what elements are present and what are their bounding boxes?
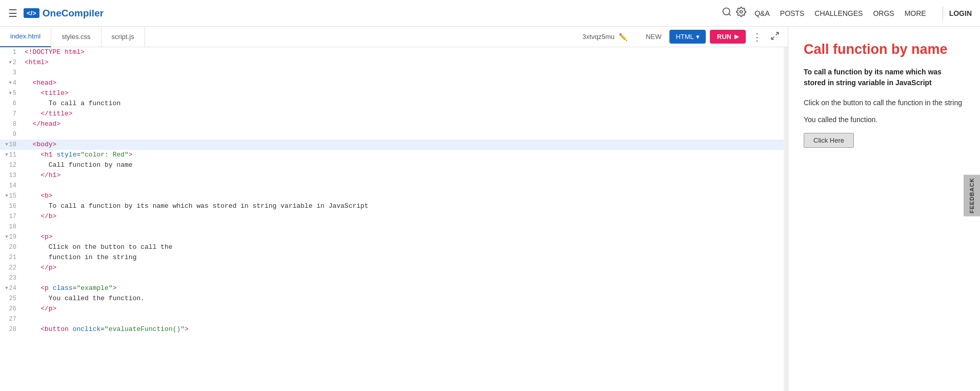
top-navigation: ☰ </> OneCompiler Q&A POSTS CHALLENGES O…	[0, 0, 980, 27]
nav-link-qa[interactable]: Q&A	[754, 9, 770, 17]
code-line: ▼24 <p class="example">	[0, 283, 788, 294]
code-lines: 1 <!DOCTYPE html> ▼2 <html> 3 ▼4 <head>	[0, 47, 788, 391]
code-line: ▼11 <h1 style="color: Red">	[0, 150, 788, 160]
svg-point-2	[740, 11, 743, 13]
left-panel: index.html styles.css script.js 3xtvqz5m…	[0, 27, 788, 391]
nav-link-more[interactable]: MORE	[905, 9, 926, 17]
line-content: <body>	[21, 140, 788, 150]
html-label: HTML	[676, 33, 693, 41]
code-line: 6 To call a function	[0, 99, 788, 109]
nav-link-orgs[interactable]: ORGS	[873, 9, 894, 17]
code-line: 8 </head>	[0, 119, 788, 129]
line-number: 27	[0, 314, 21, 324]
line-number: ▼15	[0, 191, 21, 201]
line-number: 9	[0, 129, 21, 140]
code-line: 1 <!DOCTYPE html>	[0, 47, 788, 57]
code-line: 13 </h1>	[0, 170, 788, 181]
tab-bar: index.html styles.css script.js 3xtvqz5m…	[0, 27, 788, 47]
line-number: 20	[0, 242, 21, 252]
line-number: 17	[0, 211, 21, 222]
right-panel: Call function by name To call a function…	[788, 27, 980, 391]
nav-divider	[943, 6, 943, 21]
line-content: function in the string	[21, 252, 788, 263]
login-button[interactable]: LOGIN	[949, 9, 972, 17]
nav-link-posts[interactable]: POSTS	[780, 9, 804, 17]
line-number: 22	[0, 263, 21, 273]
nav-settings-icon[interactable]	[736, 7, 746, 19]
line-content: <!DOCTYPE html>	[21, 47, 788, 57]
code-line: 25 You called the function.	[0, 294, 788, 304]
line-content: <title>	[21, 88, 788, 99]
line-content: </b>	[21, 211, 788, 222]
logo-link[interactable]: </> OneCompiler	[24, 8, 104, 19]
svg-point-0	[723, 8, 730, 15]
preview-called-text: You called the function.	[804, 115, 965, 124]
nav-search-icon[interactable]	[722, 7, 732, 19]
line-number: 3	[0, 68, 21, 78]
code-line: ▼5 <title>	[0, 88, 788, 99]
line-number: 6	[0, 99, 21, 109]
line-number: 25	[0, 294, 21, 304]
line-number: ▼24	[0, 283, 21, 294]
tab-styles-css[interactable]: styles.css	[51, 27, 101, 47]
line-number: ▼11	[0, 150, 21, 160]
line-number: ▼19	[0, 232, 21, 242]
toolbar: NEW HTML ▾ RUN ▶ ⋮	[636, 30, 788, 44]
line-number: 12	[0, 160, 21, 170]
logo-text: OneCompiler	[43, 8, 104, 19]
line-content: <h1 style="color: Red">	[21, 150, 788, 160]
line-content: <p class="example">	[21, 283, 788, 294]
line-content: </p>	[21, 263, 788, 273]
code-line: ▼15 <b>	[0, 191, 788, 201]
line-number: 1	[0, 47, 21, 57]
line-number: 26	[0, 304, 21, 314]
preview-title: Call function by name	[804, 41, 965, 57]
line-content: <head>	[21, 78, 788, 88]
svg-line-3	[776, 32, 779, 35]
code-line: 17 </b>	[0, 211, 788, 222]
main-area: index.html styles.css script.js 3xtvqz5m…	[0, 27, 980, 391]
code-line: 22 </p>	[0, 263, 788, 273]
expand-icon[interactable]	[768, 30, 782, 44]
html-dropdown-button[interactable]: HTML ▾	[669, 30, 705, 44]
vertical-scrollbar[interactable]	[784, 47, 788, 391]
code-line: 18	[0, 222, 788, 232]
code-line: 27	[0, 314, 788, 324]
code-line: ▼10 <body>	[0, 140, 788, 150]
run-label: RUN	[717, 33, 731, 41]
tab-script-js[interactable]: script.js	[101, 27, 145, 47]
code-line: ▼2 <html>	[0, 57, 788, 68]
hamburger-icon[interactable]: ☰	[8, 7, 17, 19]
code-line: ▼4 <head>	[0, 78, 788, 88]
editor-id-text: 3xtvqz5mu	[582, 33, 615, 41]
line-content: You called the function.	[21, 294, 788, 304]
editor-id-area: 3xtvqz5mu ✏️	[574, 33, 636, 41]
code-line: ▼19 <p>	[0, 232, 788, 242]
code-line: 28 <button onclick="evaluateFunction()">	[0, 324, 788, 335]
nav-link-challenges[interactable]: CHALLENGES	[814, 9, 863, 17]
more-options-icon[interactable]: ⋮	[750, 30, 764, 44]
svg-line-1	[729, 14, 731, 16]
line-number: 21	[0, 252, 21, 263]
code-editor[interactable]: 1 <!DOCTYPE html> ▼2 <html> 3 ▼4 <head>	[0, 47, 788, 391]
line-number: ▼2	[0, 57, 21, 68]
line-number: 28	[0, 324, 21, 335]
preview-description: To call a function by its name which was…	[804, 67, 965, 88]
new-button[interactable]: NEW	[642, 31, 665, 43]
line-content: To call a function by its name which was…	[21, 201, 788, 211]
logo-icon: </>	[24, 8, 39, 18]
line-content: </h1>	[21, 170, 788, 181]
tab-index-html[interactable]: index.html	[0, 27, 51, 47]
line-number: 16	[0, 201, 21, 211]
line-content: Click on the button to call the	[21, 242, 788, 252]
line-content: Call function by name	[21, 160, 788, 170]
line-content: To call a function	[21, 99, 788, 109]
line-number: 23	[0, 273, 21, 283]
line-number: 18	[0, 222, 21, 232]
run-button[interactable]: RUN ▶	[710, 30, 746, 44]
line-number: 13	[0, 170, 21, 181]
feedback-tab[interactable]: FEEDBACK	[964, 174, 980, 216]
line-number: ▼5	[0, 88, 21, 99]
click-here-button[interactable]: Click Here	[804, 133, 854, 148]
edit-icon[interactable]: ✏️	[619, 33, 627, 41]
